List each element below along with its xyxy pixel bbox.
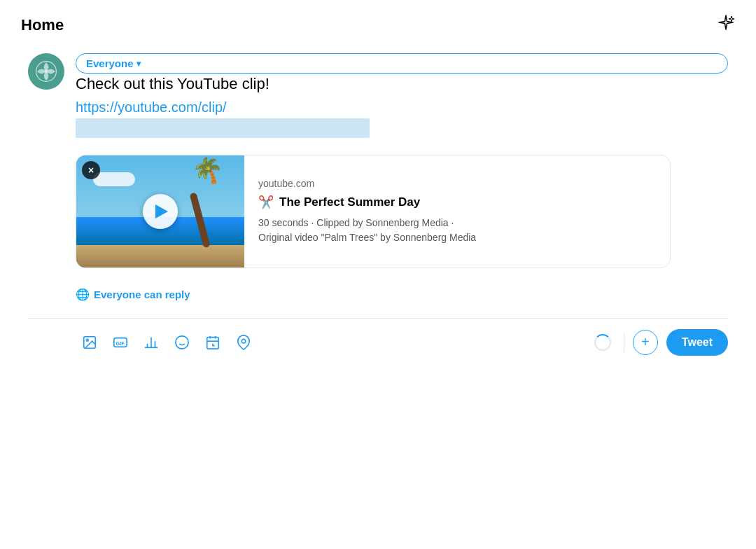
everyone-label: Everyone xyxy=(86,57,134,69)
close-icon: × xyxy=(88,165,94,176)
schedule-icon xyxy=(205,335,220,350)
loading-spinner xyxy=(594,334,611,351)
palm-leaves: 🌴 xyxy=(190,155,227,188)
poll-button[interactable] xyxy=(137,328,165,356)
tweet-text-area[interactable]: Check out this YouTube clip! https://you… xyxy=(76,74,728,138)
sand xyxy=(76,245,244,267)
youtube-source: youtube.com xyxy=(258,178,476,189)
everyone-can-reply-label: Everyone can reply xyxy=(94,289,190,300)
youtube-card: 🌴 × youtube.com ✂️ The Perfect xyxy=(76,155,671,268)
chevron-down-icon: ▾ xyxy=(136,59,141,69)
tweet-text: Check out this YouTube clip! xyxy=(76,74,728,95)
emoji-button[interactable] xyxy=(168,328,196,356)
svg-point-3 xyxy=(86,339,88,341)
close-button[interactable]: × xyxy=(82,161,100,179)
toolbar-left: GIF xyxy=(76,328,258,356)
youtube-meta: 30 seconds · Clipped by Sonnenberg Media… xyxy=(258,216,476,245)
youtube-title: The Perfect Summer Day xyxy=(279,195,420,209)
svg-point-17 xyxy=(241,339,246,343)
play-icon xyxy=(155,204,168,218)
page-title: Home xyxy=(21,16,64,34)
gif-icon: GIF xyxy=(113,335,128,350)
header: Home xyxy=(21,14,735,36)
sparkle-icon[interactable] xyxy=(717,14,735,36)
schedule-button[interactable] xyxy=(199,328,227,356)
tweet-content: Everyone ▾ Check out this YouTube clip! … xyxy=(76,53,728,268)
svg-point-1 xyxy=(45,70,48,74)
selection-highlight xyxy=(76,118,370,138)
youtube-info: youtube.com ✂️ The Perfect Summer Day 30… xyxy=(244,155,490,267)
tweet-label: Tweet xyxy=(682,336,713,348)
tweet-link[interactable]: https://youtube.com/clip/ xyxy=(76,99,227,115)
image-icon xyxy=(82,335,97,350)
youtube-title-row: ✂️ The Perfect Summer Day xyxy=(258,195,476,210)
composer-toolbar: GIF xyxy=(28,318,728,356)
globe-icon: 🌐 xyxy=(76,288,90,301)
page-container: Home xyxy=(0,0,756,549)
svg-text:GIF: GIF xyxy=(116,340,125,346)
composer-top: Everyone ▾ Check out this YouTube clip! … xyxy=(28,53,728,268)
toolbar-divider xyxy=(624,333,624,352)
toolbar-right: + Tweet xyxy=(590,329,728,356)
composer: Everyone ▾ Check out this YouTube clip! … xyxy=(21,53,735,356)
svg-rect-13 xyxy=(207,337,219,349)
youtube-meta-line2: Original video "Palm Trees" by Sonnenber… xyxy=(258,232,476,243)
add-tweet-button[interactable]: + xyxy=(633,330,658,355)
scissors-icon: ✂️ xyxy=(258,195,274,210)
reply-permission[interactable]: 🌐 Everyone can reply xyxy=(76,288,728,301)
emoji-icon xyxy=(174,335,190,350)
location-button[interactable] xyxy=(230,328,258,356)
svg-point-10 xyxy=(176,336,188,349)
everyone-button[interactable]: Everyone ▾ xyxy=(76,53,728,74)
youtube-thumbnail: 🌴 × xyxy=(76,155,244,267)
avatar xyxy=(28,53,64,90)
play-button[interactable] xyxy=(143,194,178,229)
clouds xyxy=(93,172,135,186)
image-button[interactable] xyxy=(76,328,104,356)
gif-button[interactable]: GIF xyxy=(106,328,134,356)
youtube-meta-line1: 30 seconds · Clipped by Sonnenberg Media… xyxy=(258,217,454,228)
location-icon xyxy=(236,335,251,350)
tweet-button[interactable]: Tweet xyxy=(666,329,728,356)
plus-icon: + xyxy=(641,334,650,350)
poll-icon xyxy=(144,335,159,350)
spinner-container xyxy=(590,330,615,355)
